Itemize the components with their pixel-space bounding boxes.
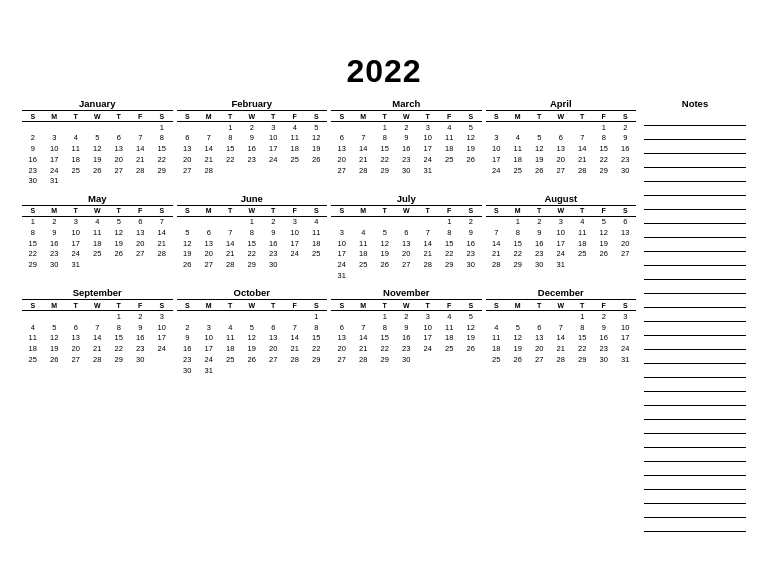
day-header: S	[615, 205, 637, 216]
week-row: 1	[22, 122, 173, 133]
day-header: T	[220, 111, 242, 122]
day-cell: 8	[507, 227, 529, 238]
day-header: T	[529, 111, 551, 122]
day-header: T	[263, 205, 285, 216]
day-cell: 12	[593, 227, 615, 238]
day-header: M	[198, 205, 220, 216]
day-cell	[331, 216, 353, 227]
day-cell: 15	[374, 333, 396, 344]
day-cell: 13	[331, 333, 353, 344]
day-cell: 19	[241, 344, 263, 355]
day-cell: 5	[44, 322, 66, 333]
day-cell: 1	[22, 216, 44, 227]
day-cell	[241, 311, 263, 322]
day-cell: 27	[615, 249, 637, 260]
day-cell	[87, 122, 109, 133]
day-cell: 2	[130, 311, 152, 322]
day-cell: 27	[396, 260, 418, 271]
day-cell	[108, 176, 130, 187]
day-cell: 11	[439, 322, 461, 333]
day-cell: 13	[177, 144, 199, 155]
week-row: 18192021222324	[486, 344, 637, 355]
day-cell: 10	[417, 322, 439, 333]
day-cell: 26	[108, 249, 130, 260]
day-header: F	[593, 205, 615, 216]
day-cell: 19	[460, 333, 482, 344]
day-cell: 15	[439, 238, 461, 249]
note-lines	[644, 112, 746, 532]
week-row: 9101112131415	[177, 333, 328, 344]
day-cell: 25	[572, 249, 594, 260]
note-line	[644, 252, 746, 266]
note-line	[644, 266, 746, 280]
day-cell: 1	[374, 311, 396, 322]
day-cell: 11	[284, 133, 306, 144]
day-cell: 16	[22, 154, 44, 165]
month-block: OctoberSMTWTFS12345678910111213141516171…	[177, 287, 328, 376]
month-table: SMTWTFS123456789101112131415161718192021…	[331, 205, 482, 282]
note-line	[644, 490, 746, 504]
day-cell: 24	[550, 249, 572, 260]
day-cell	[130, 176, 152, 187]
day-cell	[177, 216, 199, 227]
day-cell: 26	[374, 260, 396, 271]
note-line	[644, 322, 746, 336]
day-cell	[263, 365, 285, 376]
day-cell	[263, 165, 285, 176]
day-cell: 3	[65, 216, 87, 227]
day-cell: 3	[198, 322, 220, 333]
day-header: T	[417, 300, 439, 311]
day-cell: 1	[151, 122, 173, 133]
day-cell: 6	[65, 322, 87, 333]
day-cell: 20	[331, 154, 353, 165]
day-cell: 2	[241, 122, 263, 133]
day-cell: 4	[87, 216, 109, 227]
day-cell: 6	[263, 322, 285, 333]
day-cell: 29	[306, 354, 328, 365]
day-cell: 2	[263, 216, 285, 227]
day-cell: 17	[198, 344, 220, 355]
day-cell: 24	[198, 354, 220, 365]
day-header: T	[108, 300, 130, 311]
day-cell	[198, 216, 220, 227]
day-cell: 21	[353, 344, 375, 355]
month-block: JuneSMTWTFS12345678910111213141516171819…	[177, 193, 328, 282]
day-cell: 9	[130, 322, 152, 333]
day-cell: 4	[572, 216, 594, 227]
week-row: 10111213141516	[331, 238, 482, 249]
day-cell: 19	[507, 344, 529, 355]
day-cell	[65, 176, 87, 187]
day-cell: 2	[22, 133, 44, 144]
day-cell: 21	[220, 249, 242, 260]
week-row: 24252627282930	[486, 165, 637, 176]
day-cell	[460, 270, 482, 281]
day-cell: 18	[306, 238, 328, 249]
week-row: 12345	[331, 311, 482, 322]
day-cell: 23	[44, 249, 66, 260]
week-row: 3456789	[486, 133, 637, 144]
day-cell: 1	[241, 216, 263, 227]
day-cell: 30	[460, 260, 482, 271]
day-cell: 10	[486, 144, 508, 155]
day-cell: 7	[486, 227, 508, 238]
week-row: 78910111213	[486, 227, 637, 238]
note-line	[644, 518, 746, 532]
day-header: W	[396, 300, 418, 311]
day-cell: 8	[374, 322, 396, 333]
day-cell: 28	[550, 354, 572, 365]
day-cell: 29	[572, 354, 594, 365]
day-cell	[130, 260, 152, 271]
day-header: M	[198, 300, 220, 311]
day-header: S	[151, 111, 173, 122]
day-cell	[486, 122, 508, 133]
day-cell: 12	[44, 333, 66, 344]
day-cell: 28	[130, 165, 152, 176]
day-cell: 27	[331, 165, 353, 176]
day-cell: 25	[306, 249, 328, 260]
day-cell: 4	[65, 133, 87, 144]
day-cell: 9	[529, 227, 551, 238]
day-cell: 20	[263, 344, 285, 355]
day-cell: 17	[331, 249, 353, 260]
month-name: October	[177, 287, 328, 298]
day-cell: 28	[198, 165, 220, 176]
